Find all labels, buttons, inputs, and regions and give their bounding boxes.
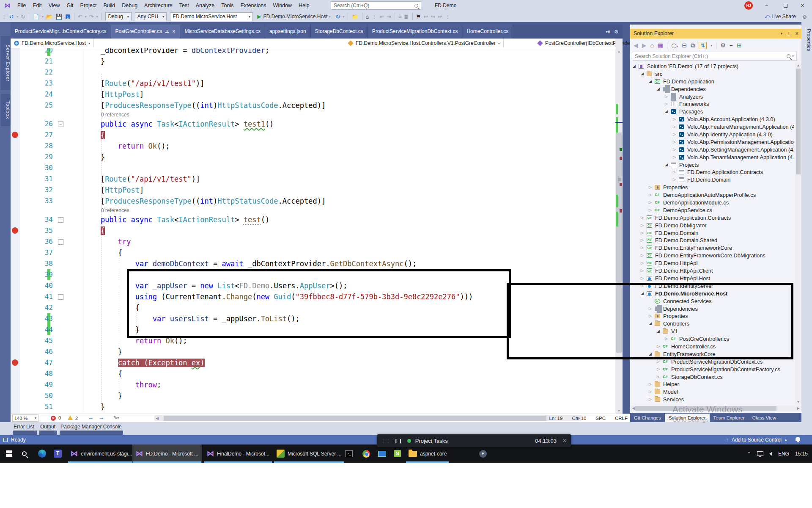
tree-item[interactable]: ▷FD.Demo.Domain [630,176,794,184]
code-line-41[interactable]: 41− using (CurrentTenant.Change(new Guid… [11,291,615,302]
eol-indicator[interactable]: CRLF [615,416,628,421]
tree-item[interactable]: ▷Volo.Abp.Account.Application (4.3.0) [630,116,794,123]
tree-item[interactable]: ▷C#FD.Demo.DbMigrator [630,222,794,229]
tree-item[interactable]: ▷C#StorageDbContext.cs [630,373,794,381]
expand-arrow-icon[interactable]: ▷ [641,252,644,260]
feedback-icon[interactable]: ☺ [802,14,807,20]
expand-arrow-icon[interactable]: ▷ [649,184,652,191]
taskbar-item-chrome[interactable] [359,444,373,463]
toolbar-overflow-2[interactable]: ⋮ [445,14,450,20]
panel-dropdown-icon[interactable]: ▾ [781,29,783,39]
restore-button[interactable] [776,0,795,11]
code-line-30[interactable]: 30 [11,163,615,174]
code-line-51[interactable]: 51 } [11,401,615,412]
menu-build[interactable]: Build [100,3,118,8]
undo-icon[interactable]: ↶ [78,14,82,20]
menu-analyze[interactable]: Analyze [192,3,218,8]
tree-item[interactable]: ▷Volo.Abp.Identity.Application (4.3.0) [630,131,794,138]
new-project-icon[interactable]: 📄 [33,14,39,20]
expand-arrow-icon[interactable]: ▷ [649,312,652,320]
collapse-arrow-icon[interactable]: ◢ [665,108,668,116]
tree-item[interactable]: ◢src [630,70,794,78]
navigate-forward-icon[interactable]: ↻ [21,14,25,20]
tree-item[interactable]: ▷FD.Demo.Application.Contracts [630,168,794,176]
expand-arrow-icon[interactable]: ▷ [673,131,676,138]
collapse-arrow-icon[interactable]: ◢ [649,351,652,358]
fold-toggle[interactable]: − [58,217,63,223]
timer-drag-handle[interactable]: ⋮⋮ [381,439,391,443]
expand-arrow-icon[interactable]: ▷ [673,146,676,154]
hot-reload-icon[interactable]: ↻ [335,14,340,20]
code-line-22[interactable]: 22 [11,67,615,78]
se-home-icon[interactable]: ⌂ [650,42,654,49]
expand-arrow-icon[interactable]: ▷ [641,267,644,275]
code-line-29[interactable]: 29 } [11,152,615,163]
solution-platform-combo[interactable]: Any CPU▾ [135,12,167,21]
tree-item[interactable]: ▷FD.Demo.IdentityServer [630,282,794,290]
document-tab[interactable]: StorageDbContext.cs [311,25,368,39]
breakpoint-dot[interactable] [12,132,18,138]
taskbar-overflow-chevron-icon[interactable]: ⌃ [747,451,751,456]
tab-close-icon[interactable]: ✕ [172,25,176,39]
breakpoint-dot[interactable] [12,227,18,234]
code-line-20[interactable]: 20 _dbcontextProvider = dbContextProvide… [11,48,615,56]
editor-options-gear-icon[interactable]: ⚙ [614,29,619,35]
nav-forward-icon[interactable]: → [99,414,104,421]
se-sync-dropdown[interactable]: ▾ [710,44,712,47]
se-collapse-all-icon[interactable]: ⊟ [682,42,687,49]
expand-arrow-icon[interactable]: ▷ [657,343,660,351]
document-tab[interactable]: ProductServiceMigrationDbContext.cs [368,25,463,39]
code-line-27[interactable]: 27 { [11,130,615,141]
expand-arrow-icon[interactable]: ▷ [649,191,652,199]
toolbox-tab[interactable]: Toolbox [1,94,11,126]
warning-count[interactable]: 2 [68,415,78,421]
tree-item[interactable]: ▷C#DemoApplicationAutoMapperProfile.cs [630,191,794,199]
code-line-42[interactable]: 42 { [11,302,615,313]
toolbar-drag-handle[interactable]: ⋮ [1,14,7,20]
tree-item[interactable]: ▷Volo.Abp.FeatureManagement.Application … [630,123,794,131]
hot-reload-dropdown[interactable]: ▾ [343,15,344,19]
tree-item[interactable]: ▷Volo.Abp.TenantManagement.Application (… [630,154,794,161]
tree-item[interactable]: ▷Volo.Abp.PermissionManagement.Applicati… [630,138,794,146]
expand-arrow-icon[interactable]: ▷ [657,366,660,373]
code-line-35[interactable]: 35 { [11,225,615,236]
expand-arrow-icon[interactable]: ▷ [673,154,676,161]
solution-explorer-search[interactable]: Search Solution Explorer (Ctrl+;) ▾ [632,52,797,61]
code-line-32[interactable]: 32 [HttpPost] [11,185,615,196]
collapse-arrow-icon[interactable]: ◢ [665,161,668,169]
tree-item[interactable]: ▷C#FD.Demo.Domain [630,229,794,237]
collapse-arrow-icon[interactable]: ◢ [641,70,644,78]
expand-arrow-icon[interactable]: ▷ [641,260,644,267]
tool-tab-git-changes[interactable]: Git Changes [630,414,665,422]
live-share-icon[interactable]: ⤺ [764,13,770,20]
menu-project[interactable]: Project [77,3,100,8]
expand-arrow-icon[interactable]: ▷ [649,207,652,214]
tree-item[interactable]: ▷Frameworks [630,100,794,108]
expand-arrow-icon[interactable]: ▷ [673,168,676,176]
taskbar-item-fd.demo[interactable]: ⋈FD.Demo - Microsoft ... [132,444,202,463]
start-debugging-button[interactable]: ▶ FD.Demo.MicroService.Host ▾ [257,14,332,19]
breadcrumb-project[interactable]: FD.Demo.MicroService.Host ▾ [11,39,97,48]
tool-tab-solution-explorer[interactable]: Solution Explorer [665,414,710,422]
edit-mode-icon[interactable]: ✎▾ [113,415,119,420]
notifications-bell-icon[interactable] [796,437,800,441]
live-share-label[interactable]: Live Share [771,14,796,19]
scroll-up-icon[interactable]: ▲ [615,50,623,53]
code-line-40[interactable]: 40 var _appUser = new List<FD.Demo.Users… [11,280,615,291]
tree-item[interactable]: ▷C#FD.Demo.HttpApi [630,260,794,267]
code-line-23[interactable]: 23 [Route("/api/v1/test1")] [11,78,615,89]
tree-item[interactable]: ▷C#DemoAppService.cs [630,207,794,214]
taskbar-item-teams[interactable]: T [50,444,65,463]
editor-zoom-combo[interactable]: 148 %▾ [12,414,38,422]
codelens-references[interactable]: 0 references [11,111,615,119]
navigate-back-icon[interactable]: ↺ [9,14,14,20]
expand-arrow-icon[interactable]: ▷ [657,373,660,381]
editor-vertical-scrollbar[interactable]: ▲ ▼ [615,39,623,414]
taskbar-item-pg[interactable]: P [476,444,490,463]
code-line-37[interactable]: 37 { [11,247,615,258]
scroll-down-icon[interactable]: ▼ [615,409,623,413]
tree-item[interactable]: ▷C#FD.Demo.Domain.Shared [630,237,794,244]
expand-arrow-icon[interactable]: ▷ [641,275,644,282]
tree-item[interactable]: ◢FD.Demo.MicroService.Host [630,290,794,298]
tree-item[interactable]: ▷C#FD.Demo.EntityFrameworkCore [630,244,794,252]
